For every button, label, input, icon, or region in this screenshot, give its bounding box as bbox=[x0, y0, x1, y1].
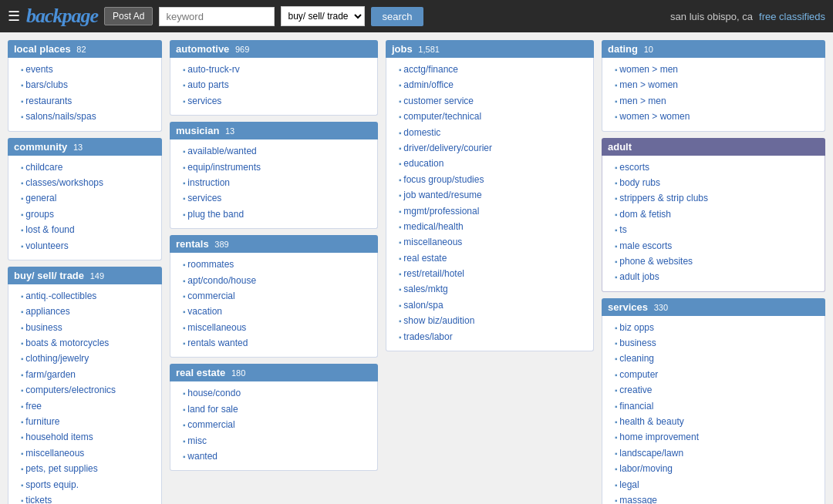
list-item[interactable]: rentals wanted bbox=[183, 335, 371, 351]
list-item[interactable]: commercial bbox=[183, 288, 371, 304]
list-item[interactable]: miscellaneous bbox=[21, 445, 155, 461]
logo: backpage bbox=[26, 5, 98, 28]
list-item[interactable]: roommates bbox=[183, 257, 371, 272]
list-item[interactable]: equip/instruments bbox=[183, 160, 371, 175]
list-item[interactable]: legal bbox=[615, 477, 818, 492]
list-item[interactable]: job wanted/resume bbox=[399, 187, 587, 203]
list-item[interactable]: clothing/jewelry bbox=[21, 351, 155, 366]
list-item[interactable]: landscape/lawn bbox=[615, 445, 818, 461]
search-button[interactable]: search bbox=[371, 7, 423, 26]
list-item[interactable]: health & beauty bbox=[615, 414, 818, 429]
list-item[interactable]: show biz/audition bbox=[399, 313, 587, 328]
list-item[interactable]: real estate bbox=[399, 250, 587, 266]
list-item[interactable]: strippers & strip clubs bbox=[615, 190, 818, 206]
list-item[interactable]: massage bbox=[615, 492, 818, 504]
list-item[interactable]: appliances bbox=[21, 304, 155, 319]
list-item[interactable]: salons/nails/spas bbox=[21, 109, 155, 124]
list-item[interactable]: admin/office bbox=[399, 77, 587, 92]
list-item[interactable]: biz opps bbox=[615, 320, 818, 335]
list-item[interactable]: business bbox=[21, 320, 155, 335]
list-item[interactable]: phone & websites bbox=[615, 254, 818, 269]
keyword-input[interactable] bbox=[159, 7, 275, 26]
list-item[interactable]: services bbox=[183, 93, 371, 109]
list-item[interactable]: women > women bbox=[615, 109, 818, 124]
list-item[interactable]: groups bbox=[21, 207, 155, 222]
list-item[interactable]: pets, pet supplies bbox=[21, 461, 155, 476]
list-item[interactable]: commercial bbox=[183, 417, 371, 432]
list-item[interactable]: classes/workshops bbox=[21, 175, 155, 190]
list-item[interactable]: bars/clubs bbox=[21, 77, 155, 92]
services-header: services 330 bbox=[602, 298, 825, 316]
list-item[interactable]: labor/moving bbox=[615, 461, 818, 476]
post-ad-button[interactable]: Post Ad bbox=[104, 7, 153, 25]
list-item[interactable]: auto-truck-rv bbox=[183, 62, 371, 77]
list-item[interactable]: apt/condo/house bbox=[183, 273, 371, 288]
list-item[interactable]: rest/retail/hotel bbox=[399, 266, 587, 281]
list-item[interactable]: land for sale bbox=[183, 402, 371, 417]
list-item[interactable]: house/condo bbox=[183, 385, 371, 401]
list-item[interactable]: sales/mktg bbox=[399, 281, 587, 297]
list-item[interactable]: furniture bbox=[21, 414, 155, 429]
list-item[interactable]: miscellaneous bbox=[183, 320, 371, 335]
list-item[interactable]: lost & found bbox=[21, 222, 155, 237]
list-item[interactable]: household items bbox=[21, 429, 155, 445]
list-item[interactable]: cleaning bbox=[615, 351, 818, 366]
menu-icon[interactable]: ☰ bbox=[8, 8, 20, 25]
list-item[interactable]: ts bbox=[615, 222, 818, 237]
list-item[interactable]: driver/delivery/courier bbox=[399, 140, 587, 156]
list-item[interactable]: men > women bbox=[615, 77, 818, 92]
list-item[interactable]: volunteers bbox=[21, 238, 155, 254]
community-section: community 13 childcareclasses/workshopsg… bbox=[8, 138, 162, 260]
mid-column: automotive 969 auto-truck-rvauto partsse… bbox=[170, 40, 378, 504]
list-item[interactable]: miscellaneous bbox=[399, 234, 587, 250]
list-item[interactable]: auto parts bbox=[183, 77, 371, 92]
header: ☰ backpage Post Ad buy/ sell/ trade sear… bbox=[0, 0, 833, 32]
list-item[interactable]: escorts bbox=[615, 160, 818, 175]
list-item[interactable]: wanted bbox=[183, 449, 371, 464]
list-item[interactable]: acctg/finance bbox=[399, 62, 587, 77]
list-item[interactable]: general bbox=[21, 190, 155, 206]
local-places-section: local places 82 eventsbars/clubsrestaura… bbox=[8, 40, 162, 132]
list-item[interactable]: instruction bbox=[183, 175, 371, 190]
list-item[interactable]: available/wanted bbox=[183, 143, 371, 159]
list-item[interactable]: focus group/studies bbox=[399, 172, 587, 187]
list-item[interactable]: men > men bbox=[615, 93, 818, 109]
list-item[interactable]: home improvement bbox=[615, 429, 818, 445]
list-item[interactable]: women > men bbox=[615, 62, 818, 77]
jobs-column: jobs 1,581 acctg/financeadmin/officecust… bbox=[386, 40, 594, 504]
list-item[interactable]: domestic bbox=[399, 125, 587, 140]
dating-header: dating 10 bbox=[602, 40, 825, 58]
community-header: community 13 bbox=[8, 138, 162, 156]
list-item[interactable]: salon/spa bbox=[399, 297, 587, 313]
list-item[interactable]: sports equip. bbox=[21, 477, 155, 492]
list-item[interactable]: adult jobs bbox=[615, 269, 818, 284]
list-item[interactable]: tickets bbox=[21, 492, 155, 504]
list-item[interactable]: customer service bbox=[399, 93, 587, 109]
list-item[interactable]: plug the band bbox=[183, 207, 371, 222]
list-item[interactable]: mgmt/professional bbox=[399, 203, 587, 219]
list-item[interactable]: computer bbox=[615, 367, 818, 382]
list-item[interactable]: events bbox=[21, 62, 155, 77]
list-item[interactable]: computer/technical bbox=[399, 109, 587, 124]
list-item[interactable]: restaurants bbox=[21, 93, 155, 109]
list-item[interactable]: farm/garden bbox=[21, 367, 155, 382]
list-item[interactable]: vacation bbox=[183, 304, 371, 319]
list-item[interactable]: dom & fetish bbox=[615, 207, 818, 222]
list-item[interactable]: financial bbox=[615, 398, 818, 414]
list-item[interactable]: services bbox=[183, 190, 371, 206]
free-classifieds-link[interactable]: free classifieds bbox=[759, 11, 825, 22]
list-item[interactable]: creative bbox=[615, 382, 818, 398]
list-item[interactable]: antiq.-collectibles bbox=[21, 288, 155, 304]
list-item[interactable]: male escorts bbox=[615, 238, 818, 254]
list-item[interactable]: childcare bbox=[21, 160, 155, 175]
list-item[interactable]: trades/labor bbox=[399, 329, 587, 344]
list-item[interactable]: boats & motorcycles bbox=[21, 335, 155, 351]
list-item[interactable]: business bbox=[615, 335, 818, 351]
list-item[interactable]: education bbox=[399, 156, 587, 171]
list-item[interactable]: body rubs bbox=[615, 175, 818, 190]
list-item[interactable]: medical/health bbox=[399, 219, 587, 234]
category-select[interactable]: buy/ sell/ trade bbox=[281, 6, 365, 26]
list-item[interactable]: computers/electronics bbox=[21, 382, 155, 398]
list-item[interactable]: misc bbox=[183, 433, 371, 449]
list-item[interactable]: free bbox=[21, 398, 155, 414]
